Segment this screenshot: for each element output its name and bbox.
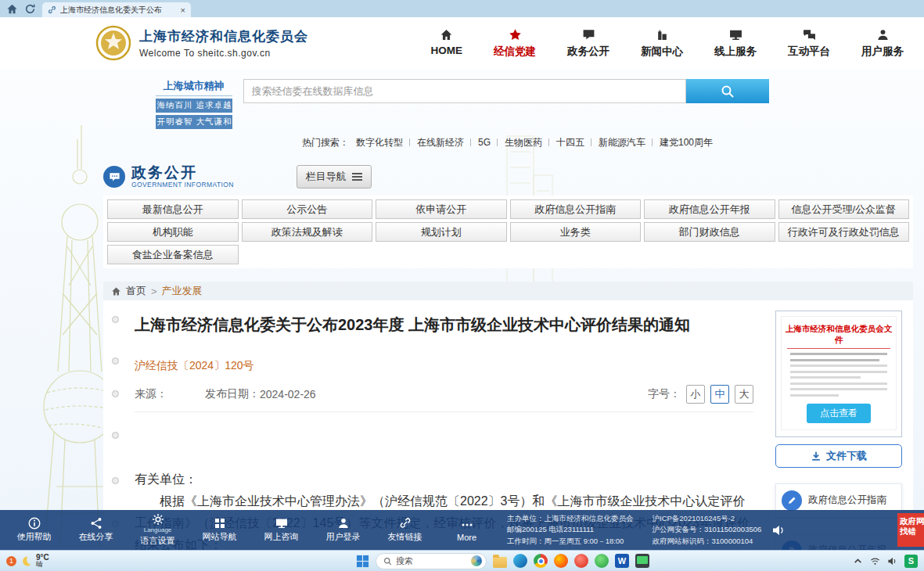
- city-spirit-line: 开明睿智 大气谦和: [156, 115, 232, 129]
- publish-date-label: 发布日期：: [205, 387, 260, 401]
- doc-text-line: [790, 365, 887, 367]
- menu-item-salt-enterprise[interactable]: 食盐企业备案信息: [107, 245, 239, 264]
- breadcrumb: 首页 > 产业发展: [103, 282, 913, 300]
- toolbar-language[interactable]: Language 语言设置: [127, 513, 189, 547]
- nav-item-user-service[interactable]: 用户服务: [861, 28, 904, 59]
- hot-term[interactable]: 数字化转型: [356, 137, 403, 148]
- breadcrumb-current: 产业发展: [162, 284, 203, 298]
- taskbar-search[interactable]: 搜索: [376, 553, 487, 569]
- speaker-icon[interactable]: [771, 523, 786, 538]
- menu-item-disclosure-guide[interactable]: 政府信息公开指南: [510, 199, 642, 219]
- doc-text-line: [790, 359, 879, 361]
- site-identity: 上海市经济和信息化委员会 Welcome To sheitc.sh.gov.cn: [139, 27, 308, 59]
- hot-term[interactable]: 在线新经济: [417, 137, 464, 148]
- hot-term[interactable]: 新能源汽车: [599, 137, 645, 148]
- doc-text-line: [790, 394, 839, 397]
- site-error-report-badge[interactable]: 政府网站 找错: [897, 513, 924, 547]
- menu-cell-empty: [644, 245, 775, 264]
- speech-bubble-icon: [582, 28, 595, 41]
- toolbar-sitemap[interactable]: 网站导航: [189, 517, 250, 543]
- edge-icon[interactable]: [513, 554, 527, 568]
- browser-tab[interactable]: 上海市经济信息化委关于公布 ×: [42, 2, 191, 17]
- menu-cell-empty: [376, 245, 507, 264]
- hot-term[interactable]: 建党100周年: [660, 137, 713, 148]
- gov-info-section-head: 政务公开 GOVERNMENT INFORMATION 栏目导航: [103, 165, 924, 189]
- menu-item-latest-info[interactable]: 最新信息公开: [107, 199, 239, 219]
- tray-wifi-icon[interactable]: [870, 556, 880, 566]
- search-button[interactable]: [686, 79, 769, 103]
- user-icon: [876, 28, 890, 41]
- menu-item-announcements[interactable]: 公示公告: [242, 199, 373, 219]
- menu-item-planning[interactable]: 规划计划: [376, 222, 507, 242]
- footer-security-record: 沪公网安备号：31011502003506: [653, 524, 762, 536]
- nav-item-gov-info[interactable]: 政务公开: [567, 28, 609, 59]
- tray-green-app-icon[interactable]: [904, 555, 918, 568]
- chrome-icon[interactable]: [534, 554, 548, 568]
- toolbar-share[interactable]: 在线分享: [65, 517, 127, 543]
- toolbar-more[interactable]: More: [436, 519, 498, 542]
- menu-item-annual-report[interactable]: 政府信息公开年报: [644, 199, 775, 219]
- font-small-button[interactable]: 小: [686, 385, 705, 404]
- gov-info-titles: 政务公开 GOVERNMENT INFORMATION: [131, 165, 234, 189]
- city-spirit-block: 上海城市精神 海纳百川 追求卓越 开明睿智 大气谦和: [156, 79, 232, 129]
- search-input[interactable]: [243, 79, 686, 103]
- toolbar-help[interactable]: 使用帮助: [3, 517, 65, 543]
- hot-term[interactable]: 十四五: [556, 137, 584, 148]
- toolbar-user-login[interactable]: 用户登录: [312, 517, 374, 543]
- red-app-icon[interactable]: [574, 554, 588, 568]
- view-attachment-button[interactable]: 点击查看: [807, 404, 871, 423]
- toolbar-friend-links[interactable]: 友情链接: [374, 517, 436, 543]
- browser-refresh-icon[interactable]: [24, 3, 36, 15]
- toolbar-online-consult[interactable]: 网上咨询: [250, 517, 312, 543]
- nav-item-party-building[interactable]: 经信党建: [494, 28, 536, 59]
- file-explorer-icon[interactable]: [493, 557, 507, 568]
- tray-chevron-up-icon[interactable]: [853, 556, 863, 566]
- monitor-icon: [729, 28, 742, 41]
- monitor-icon: [275, 517, 288, 530]
- info-icon: [28, 517, 41, 530]
- gov-info-menu: 最新信息公开 公示公告 依申请公开 政府信息公开指南 政府信息公开年报 信息公开…: [103, 196, 913, 268]
- download-file-button[interactable]: 文件下载: [775, 444, 902, 468]
- weather-widget[interactable]: 1 9°C 晴: [6, 554, 49, 569]
- search-icon: [383, 557, 392, 566]
- footer-organizer: 主办单位：上海市经济和信息化委员会: [507, 513, 634, 525]
- guide-pen-icon: [782, 490, 802, 511]
- nav-item-home[interactable]: HOME: [431, 28, 463, 59]
- hot-search-label: 热门搜索：: [302, 137, 349, 148]
- hot-term[interactable]: 5G: [478, 137, 491, 148]
- menu-item-business[interactable]: 业务类: [510, 222, 642, 242]
- hot-term[interactable]: 生物医药: [505, 137, 542, 148]
- menu-item-org-functions[interactable]: 机构职能: [107, 222, 239, 242]
- page-body: 上海城市精神 海纳百川 追求卓越 开明睿智 大气谦和 热门搜索：数字化转型在线新…: [0, 69, 924, 550]
- font-medium-button[interactable]: 中: [710, 385, 729, 404]
- menu-item-policies[interactable]: 政策法规及解读: [242, 222, 373, 242]
- menu-item-public-supervision[interactable]: 信息公开受理/公众监督: [778, 199, 910, 219]
- source-label: 来源：: [135, 387, 167, 401]
- footer-column-left: 主办单位：上海市经济和信息化委员会 邮编200125 电话23111111 工作…: [507, 513, 634, 548]
- nav-item-interaction[interactable]: 互动平台: [788, 28, 830, 59]
- display-app-icon[interactable]: [635, 554, 649, 568]
- green-app-icon[interactable]: [595, 554, 609, 568]
- column-nav-button[interactable]: 栏目导航: [297, 165, 372, 189]
- nav-item-news[interactable]: 新闻中心: [641, 28, 683, 59]
- word-icon[interactable]: [615, 554, 629, 568]
- building-icon: [656, 28, 669, 41]
- home-icon: [440, 28, 453, 41]
- attachment-document-thumbnail: 上海市经济和信息化委员会文件 点击查看: [781, 316, 897, 430]
- breadcrumb-home[interactable]: 首页: [126, 284, 146, 298]
- link-icon: [399, 517, 412, 530]
- start-button[interactable]: [356, 555, 369, 568]
- menu-item-admin-licensing[interactable]: 行政许可及行政处罚信息: [778, 222, 910, 242]
- decoration-dot: [112, 316, 119, 323]
- menu-item-finance-info[interactable]: 部门财政信息: [644, 222, 775, 242]
- firefox-icon[interactable]: [554, 554, 568, 568]
- font-large-button[interactable]: 大: [735, 385, 753, 404]
- browser-home-icon[interactable]: [6, 3, 18, 15]
- tray-speaker-icon[interactable]: [887, 556, 897, 566]
- accessibility-toolbar: 使用帮助 在线分享 Language 语言设置 网站导航 网上咨询 用户登录 友…: [0, 510, 924, 550]
- notification-badge: 1: [6, 556, 16, 566]
- nav-item-online-service[interactable]: 线上服务: [714, 28, 757, 59]
- tab-close-icon[interactable]: ×: [181, 5, 185, 15]
- menu-item-apply-disclosure[interactable]: 依申请公开: [376, 199, 507, 219]
- gov-info-bubble-icon: [103, 166, 125, 188]
